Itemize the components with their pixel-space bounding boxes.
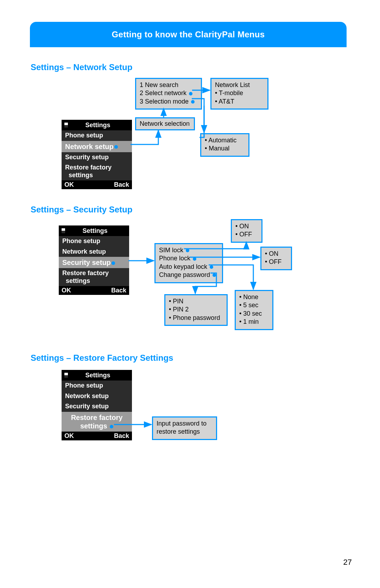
submenu-item[interactable]: Phone lock xyxy=(159,254,218,262)
phone-item[interactable]: Network setup xyxy=(59,247,129,257)
phone-item[interactable]: Phone setup xyxy=(62,130,132,141)
connector-dot xyxy=(186,249,189,252)
softkey-ok[interactable]: OK xyxy=(64,181,74,188)
softkey-back[interactable]: Back xyxy=(114,432,129,440)
phone-title: Settings xyxy=(65,227,129,235)
submenu-item[interactable]: 2 Select network xyxy=(140,89,197,97)
submenu-box: 1 New search 2 Select network 3 Selectio… xyxy=(135,78,202,110)
phone-screen: Settings Phone setup Network setup Secur… xyxy=(62,370,132,440)
phone-item[interactable]: Phone setup xyxy=(59,236,129,247)
battery-icon xyxy=(62,228,65,233)
submenu-item[interactable]: SIM lock xyxy=(159,246,218,254)
section-heading-restore: Settings – Restore Factory Settings xyxy=(31,353,173,363)
phone-item-selected[interactable]: Security setup xyxy=(59,257,129,268)
list-item[interactable]: • T-mobile xyxy=(215,89,264,97)
phone-item[interactable]: Network setup xyxy=(62,391,132,402)
phone-item[interactable]: Security setup xyxy=(62,401,132,412)
phone-item-label: Security setup xyxy=(62,259,111,266)
phone-item[interactable]: Restore factory settings xyxy=(62,162,132,180)
network-list-box: Network List • T-mobile • AT&T xyxy=(210,78,268,110)
phone-footer: OK Back xyxy=(59,286,129,295)
phone-header: Settings xyxy=(59,225,129,236)
phone-item[interactable]: Security setup xyxy=(62,152,132,163)
connector-dot xyxy=(110,425,113,428)
submenu-item[interactable]: Auto keypad lock xyxy=(159,263,218,271)
softkey-ok[interactable]: OK xyxy=(62,287,71,294)
connector-dot xyxy=(193,257,196,261)
connector-dot xyxy=(191,100,195,104)
softkey-ok[interactable]: OK xyxy=(64,432,74,440)
list-item[interactable]: • 1 min xyxy=(239,318,269,326)
phone-title: Settings xyxy=(68,372,132,379)
list-item[interactable]: • ON xyxy=(235,222,258,230)
phone-header: Settings xyxy=(62,120,132,130)
page-banner: Getting to know the ClarityPal Menus xyxy=(30,22,347,47)
list-item[interactable]: • OFF xyxy=(265,258,287,266)
phone-footer: OK Back xyxy=(62,432,132,440)
phone-item-label: Network setup xyxy=(65,143,114,150)
section-heading-network: Settings – Network Setup xyxy=(31,62,132,72)
page-number: 27 xyxy=(343,558,352,567)
list-item[interactable]: • Automatic xyxy=(205,136,245,144)
list-item[interactable]: • 30 sec xyxy=(239,310,269,318)
prompt-line: Input password to xyxy=(157,420,213,428)
list-item[interactable]: • PIN xyxy=(169,297,223,305)
phone-header: Settings xyxy=(62,370,132,380)
list-item[interactable]: • Manual xyxy=(205,144,245,153)
section-heading-security: Settings – Security Setup xyxy=(31,205,132,215)
pins-box: • PIN • PIN 2 • Phone password xyxy=(164,294,228,326)
submenu-item[interactable]: 3 Selection mode xyxy=(140,98,197,106)
battery-icon xyxy=(64,123,68,128)
list-item[interactable]: • OFF xyxy=(235,230,258,239)
phone-item[interactable]: Restore factory settings xyxy=(59,268,129,286)
label: Network selection xyxy=(140,120,190,128)
phone-title: Settings xyxy=(68,122,132,129)
connector-dot xyxy=(114,145,118,149)
submenu-item[interactable]: 1 New search xyxy=(140,81,197,89)
connector-dot xyxy=(210,265,213,269)
mode-box: • Automatic • Manual xyxy=(200,133,249,157)
phone-screen: Settings Phone setup Network setup Secur… xyxy=(62,120,132,189)
phone-item-selected[interactable]: Network setup xyxy=(62,141,132,152)
phone-footer: OK Back xyxy=(62,180,132,189)
list-item[interactable]: • Phone password xyxy=(169,314,223,322)
times-box: • None • 5 sec • 30 sec • 1 min xyxy=(235,290,273,330)
list-item[interactable]: • 5 sec xyxy=(239,301,269,309)
battery-icon xyxy=(64,373,68,378)
list-item[interactable]: • AT&T xyxy=(215,98,264,106)
connector-dot xyxy=(213,273,216,277)
list-item[interactable]: • PIN 2 xyxy=(169,305,223,314)
phone-item[interactable]: Phone setup xyxy=(62,380,132,391)
softkey-back[interactable]: Back xyxy=(111,287,126,294)
connector-dot xyxy=(189,92,192,95)
prompt-line: restore settings xyxy=(157,428,213,436)
security-menu-box: SIM lock Phone lock Auto keypad lock Cha… xyxy=(154,243,223,283)
phone-item-selected[interactable]: Restore factorysettings xyxy=(62,412,132,432)
softkey-back[interactable]: Back xyxy=(114,181,129,188)
prompt-box: Input password to restore settings xyxy=(152,416,217,440)
list-item[interactable]: • None xyxy=(239,293,269,301)
onoff-box-2: • ON • OFF xyxy=(260,247,292,270)
box-title: Network List xyxy=(215,81,264,89)
list-item[interactable]: • ON xyxy=(265,250,287,258)
flow-arrows xyxy=(0,0,380,338)
onoff-box: • ON • OFF xyxy=(231,219,262,243)
connector-dot xyxy=(112,261,115,265)
phone-screen: Settings Phone setup Network setup Secur… xyxy=(59,225,129,295)
submenu-item[interactable]: Change password xyxy=(159,271,218,279)
label-box: Network selection xyxy=(135,117,195,130)
